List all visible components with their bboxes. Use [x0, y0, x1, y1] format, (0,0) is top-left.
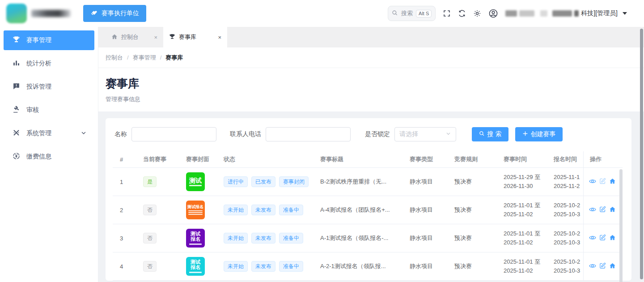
redacted-text [505, 10, 517, 17]
event-time-end: 2025-11-02 [504, 266, 540, 275]
tab-event-library[interactable]: 赛事库 × [163, 27, 227, 47]
status-cell: 未开始 未发布 准备中 [216, 196, 313, 224]
reg-time-end: 2025-10-3 [554, 266, 580, 275]
view-icon[interactable] [589, 262, 596, 271]
name-filter-input[interactable] [131, 127, 216, 141]
close-icon[interactable]: × [154, 34, 157, 40]
handshake-icon [90, 9, 98, 18]
events-table: # 当前赛事 赛事封面 状态 赛事标题 赛事类型 竞赛规则 赛事时间 报名时间 … [113, 151, 623, 281]
org-unit-label: 赛事执行单位 [102, 9, 139, 17]
reg-time-start: 2025-11-1 [554, 173, 580, 182]
home-icon[interactable] [609, 234, 616, 242]
col-header-cover: 赛事封面 [179, 151, 216, 167]
close-icon[interactable]: × [218, 34, 221, 40]
theme-brightness-icon[interactable] [473, 9, 481, 17]
sidebar-item-label: 投诉管理 [26, 83, 51, 91]
logo-image-redacted [6, 4, 27, 23]
cover-text: 测试报名 [187, 205, 203, 209]
event-type: 静水项目 [402, 252, 447, 280]
status-cell: 进行中 已发布 赛事封闭 [216, 168, 313, 196]
event-title: B-2测试秩序册重排（无... [313, 168, 402, 196]
sidebar-item-payment[interactable]: 缴费信息 [4, 147, 94, 167]
redacted-text [540, 10, 547, 17]
phone-filter-input[interactable] [266, 127, 351, 141]
edit-icon[interactable] [599, 234, 606, 242]
sidebar-item-complaints[interactable]: 投诉管理 [4, 77, 94, 97]
event-table-card: 名称 联系人电话 是否锁定 请选择 搜 索 [106, 118, 631, 281]
breadcrumb: 控制台 / 赛事管理 / 赛事库 [98, 47, 644, 68]
user-avatar-icon[interactable] [488, 9, 498, 18]
bar-chart-icon [13, 59, 20, 68]
current-event-badge: 否 [143, 233, 157, 244]
content-area: 名称 联系人电话 是否锁定 请选择 搜 索 [98, 111, 644, 281]
create-event-button[interactable]: 创建赛事 [515, 127, 563, 141]
edit-icon[interactable] [599, 206, 606, 214]
view-icon[interactable] [589, 234, 596, 243]
event-cover-image[interactable]: 测试 报名 [186, 229, 205, 248]
home-icon[interactable] [609, 206, 616, 214]
home-icon[interactable] [609, 262, 616, 270]
reg-time-start: 2025-10-2 [554, 229, 580, 238]
row-actions [584, 168, 619, 196]
breadcrumb-item[interactable]: 控制台 [106, 54, 123, 62]
edit-icon[interactable] [599, 178, 606, 186]
event-time-start: 2025-11-01 至 [504, 257, 540, 266]
event-rule: 预决赛 [447, 224, 496, 252]
event-cover-image[interactable]: 测试 报名 [186, 257, 205, 276]
redacted-text [552, 10, 572, 17]
sidebar-item-statistics[interactable]: 统计分析 [4, 54, 94, 73]
tab-console[interactable]: 控制台 × [106, 27, 163, 47]
gavel-icon [13, 106, 20, 115]
event-type: 静水项目 [402, 196, 447, 224]
current-event-badge: 否 [143, 261, 157, 272]
sidebar-item-event-management[interactable]: 赛事管理 [4, 30, 94, 50]
event-rule: 预决赛 [447, 196, 496, 224]
org-unit-button[interactable]: 赛事执行单位 [83, 5, 146, 22]
fullscreen-icon[interactable] [443, 9, 451, 17]
table-scrollbar[interactable] [619, 169, 623, 282]
view-icon[interactable] [589, 178, 596, 186]
status-badge: 赛事封闭 [279, 176, 309, 187]
search-icon [392, 10, 398, 17]
lock-filter-label: 是否锁定 [365, 130, 390, 138]
col-header-event-time: 赛事时间 [496, 151, 547, 167]
row-index: 1 [113, 168, 136, 196]
lock-filter-select[interactable]: 请选择 [394, 127, 456, 141]
sidebar-item-label: 审核 [26, 106, 39, 114]
event-title: A-2-1测试报名（领队报... [313, 252, 402, 280]
status-badge: 准备中 [279, 261, 303, 272]
phone-filter-label: 联系人电话 [230, 130, 261, 138]
breadcrumb-item[interactable]: 赛事管理 [133, 54, 156, 62]
col-header-index: # [113, 151, 136, 167]
view-icon[interactable] [589, 206, 596, 214]
col-header-status: 状态 [216, 151, 313, 167]
sidebar-item-audit[interactable]: 审核 [4, 100, 94, 120]
home-icon[interactable] [609, 178, 616, 186]
event-time-start: 2025-11-29 至 [504, 173, 540, 182]
refresh-icon[interactable] [458, 9, 466, 17]
status-badge: 进行中 [224, 176, 248, 187]
cover-caption-line [188, 214, 203, 215]
event-cover-image[interactable]: 测试报名 [186, 201, 205, 219]
status-badge: 未开始 [224, 205, 248, 215]
event-type: 静水项目 [402, 168, 447, 196]
status-badge: 未发布 [251, 233, 275, 244]
page-scrollbar[interactable] [640, 29, 643, 279]
sidebar-item-system[interactable]: 系统管理 [4, 124, 94, 143]
search-button[interactable]: 搜 索 [472, 127, 508, 141]
edit-icon[interactable] [599, 262, 606, 270]
cover-caption-line [189, 185, 202, 186]
current-event-badge: 否 [143, 205, 157, 215]
page-header: 赛事库 管理赛事信息 [98, 68, 644, 111]
event-cover-image[interactable]: 测试 [186, 172, 205, 191]
reg-time-end: 2025-10-3 [554, 210, 580, 219]
global-search[interactable]: 搜索 Alt S [388, 6, 436, 21]
status-badge: 准备中 [279, 233, 303, 244]
event-time-end: 2026-11-30 [504, 182, 540, 191]
user-menu[interactable]: 科技][管理员] [505, 9, 627, 17]
chevron-down-icon [445, 131, 451, 138]
tab-label: 控制台 [121, 33, 139, 41]
status-badge: 已发布 [251, 176, 275, 187]
cover-caption-line [189, 272, 202, 273]
trophy-icon [13, 36, 20, 45]
